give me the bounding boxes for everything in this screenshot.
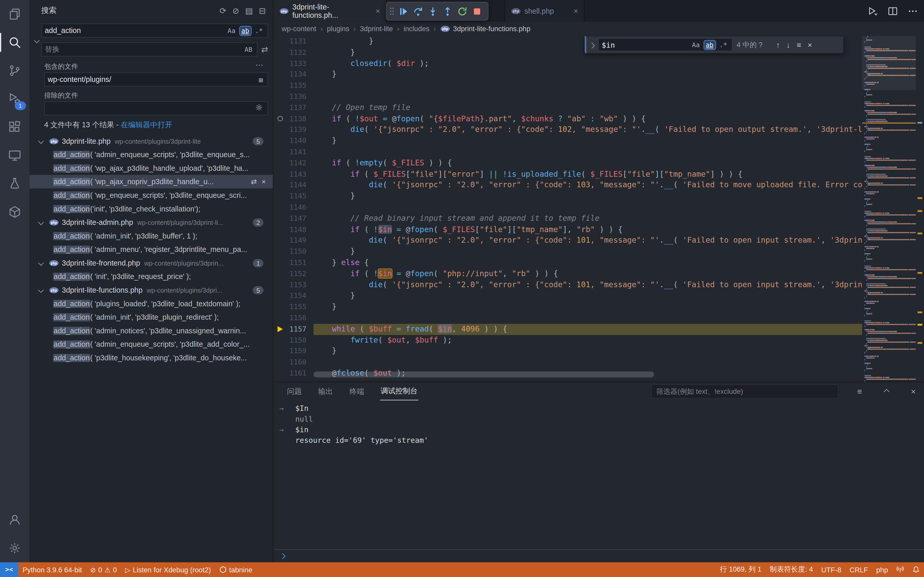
glyph-margin[interactable] [273, 124, 288, 135]
glyph-margin[interactable] [273, 169, 288, 180]
code-line[interactable]: 1151 } else { [273, 257, 862, 268]
search-result-match[interactable]: add_action( 'plugins_loaded', 'p3dlite_l… [29, 297, 273, 310]
glyph-margin[interactable] [273, 147, 288, 158]
code-line[interactable]: 1137 // Open temp file [273, 102, 862, 113]
search-result-file[interactable]: php3dprint-lite.phpwp-content/plugins/3d… [29, 134, 273, 148]
encoding-status[interactable]: UTF-8 [817, 562, 845, 577]
close-panel-icon[interactable]: × [908, 387, 919, 396]
search-result-file[interactable]: php3dprint-lite-functions.phpwp-content/… [29, 283, 273, 297]
radio-tower-icon[interactable] [892, 562, 908, 577]
dismiss-match-icon[interactable]: × [262, 177, 266, 186]
code-line[interactable]: 1144 die( '{"jsonrpc" : "2.0", "error" :… [273, 180, 862, 191]
search-result-match[interactable]: add_action('init', 'p3dlite_check_instal… [29, 202, 273, 216]
glyph-margin[interactable] [273, 290, 288, 301]
more-actions-icon[interactable] [906, 4, 919, 17]
glyph-margin[interactable] [273, 158, 288, 169]
search-result-file[interactable]: php3dprint-lite-frontend.phpwp-content/p… [29, 256, 273, 270]
glyph-margin[interactable] [273, 368, 288, 379]
glyph-margin[interactable] [273, 268, 288, 279]
code-line[interactable]: 1146 [273, 202, 862, 213]
glyph-margin[interactable] [273, 80, 288, 91]
line-number[interactable]: 1158 [288, 335, 313, 346]
line-number[interactable]: 1144 [288, 180, 313, 191]
search-result-match[interactable]: add_action( 'admin_init', 'p3dlite_plugi… [29, 310, 273, 324]
code-line[interactable]: 1133 closedir( $dir ); [273, 58, 862, 69]
find-toggle-replace-icon[interactable] [590, 40, 594, 49]
panel-tab-debug-console[interactable]: 调试控制台 [380, 383, 418, 401]
breadcrumb-item[interactable]: includes [404, 25, 430, 33]
toolbar-drag-handle[interactable] [389, 6, 395, 16]
toggle-replace-chevron-icon[interactable] [32, 23, 41, 56]
replace-input[interactable]: 替换 AB [41, 42, 258, 56]
minimap-slider[interactable] [862, 36, 916, 90]
eol-status[interactable]: CRLF [845, 562, 872, 577]
collapse-all-icon[interactable]: ⊟ [259, 6, 266, 15]
code-line[interactable]: 1148 if ( !$in = @fopen( $_FILES["file"]… [273, 224, 862, 235]
debug-continue-icon[interactable] [397, 5, 410, 17]
replace-all-icon[interactable]: ⇄ [261, 45, 268, 54]
line-number[interactable]: 1153 [288, 279, 313, 290]
find-in-selection-icon[interactable]: ≡ [796, 40, 803, 49]
line-number[interactable]: 1142 [288, 158, 313, 169]
search-result-match[interactable]: add_action( 'admin_menu', 'register_3dpr… [29, 243, 273, 256]
tabnine-status[interactable]: tabnine [215, 562, 257, 577]
search-result-match[interactable]: add_action( 'admin_init', 'p3dlite_buffe… [29, 229, 273, 243]
search-result-match[interactable]: add_action( 'admin_enqueue_scripts', 'p3… [29, 337, 273, 351]
glyph-margin[interactable] [273, 135, 288, 147]
debug-current-line-icon[interactable] [273, 324, 288, 335]
line-number[interactable]: 1136 [288, 91, 313, 102]
debug-step-over-icon[interactable] [412, 5, 424, 17]
breadcrumb-item[interactable]: 3dprint-lite [360, 25, 393, 33]
search-result-match[interactable]: add_action( 'admin_notices', 'p3dlite_un… [29, 324, 273, 337]
line-number[interactable]: 1132 [288, 47, 313, 58]
line-number[interactable]: 1134 [288, 69, 313, 80]
code-line[interactable]: 1136 [273, 91, 862, 102]
line-number[interactable]: 1152 [288, 268, 313, 279]
line-number[interactable]: 1148 [288, 224, 313, 235]
code-line[interactable]: 1155 } [273, 301, 862, 313]
panel-tab-terminal[interactable]: 终端 [349, 383, 365, 400]
language-mode-status[interactable]: php [872, 562, 892, 577]
debug-console-input[interactable] [273, 550, 924, 562]
glyph-margin[interactable] [273, 58, 288, 69]
code-line[interactable]: 1156 [273, 313, 862, 324]
tab-close-icon[interactable]: × [371, 6, 380, 15]
remote-indicator[interactable]: >< [0, 562, 18, 577]
breadcrumb-item-file[interactable]: php 3dprint-lite-functions.php [440, 25, 531, 33]
breadcrumb-item[interactable]: plugins [327, 25, 349, 33]
xdebug-status[interactable]: ▷Listen for Xdebug (root2) [121, 562, 215, 577]
line-number[interactable]: 1154 [288, 290, 313, 301]
code-line[interactable]: 1159 } [273, 346, 862, 357]
settings-gear-icon[interactable] [0, 534, 29, 562]
debug-step-out-icon[interactable] [441, 5, 454, 17]
extensions-icon[interactable] [0, 113, 29, 142]
package-icon[interactable] [0, 198, 29, 226]
code-line[interactable]: 1157 while ( $buff = fread( $in, 4096 ) … [273, 324, 862, 335]
glyph-margin[interactable] [273, 346, 288, 357]
glyph-margin[interactable] [273, 36, 288, 47]
search-result-match[interactable]: add_action( 'init', 'p3dlite_request_pri… [29, 270, 273, 283]
source-control-icon[interactable] [0, 56, 29, 85]
account-icon[interactable] [0, 506, 29, 534]
find-next-icon[interactable]: ↓ [785, 40, 792, 49]
glyph-margin[interactable] [273, 191, 288, 202]
line-number[interactable]: 1147 [288, 213, 313, 224]
search-result-match[interactable]: add_action( 'wp_enqueue_scripts', 'p3dli… [29, 188, 273, 202]
run-debug-icon[interactable]: 1 [0, 85, 29, 113]
match-case-icon[interactable]: Aa [226, 26, 237, 35]
run-or-debug-icon[interactable] [866, 4, 879, 17]
code-line[interactable]: 1139 die( '{"jsonrpc" : "2.0", "error" :… [273, 124, 862, 135]
find-whole-word-icon[interactable]: ab [704, 40, 715, 49]
glyph-margin[interactable] [273, 102, 288, 113]
minimap[interactable] [862, 36, 916, 382]
line-number[interactable]: 1139 [288, 124, 313, 135]
find-previous-icon[interactable]: ↑ [775, 40, 781, 49]
line-number[interactable]: 1159 [288, 346, 313, 357]
panel-tab-output[interactable]: 输出 [318, 383, 334, 400]
console-filter-input[interactable]: 筛选器(例如 text、!exclude) [651, 385, 838, 399]
line-number[interactable]: 1149 [288, 235, 313, 246]
code-line[interactable]: 1143 if ( $_FILES["file"]["error"] || !i… [273, 169, 862, 180]
debug-restart-icon[interactable] [456, 5, 468, 17]
open-in-editor-link[interactable]: 在编辑器中打开 [121, 121, 172, 129]
glyph-margin[interactable] [273, 257, 288, 268]
